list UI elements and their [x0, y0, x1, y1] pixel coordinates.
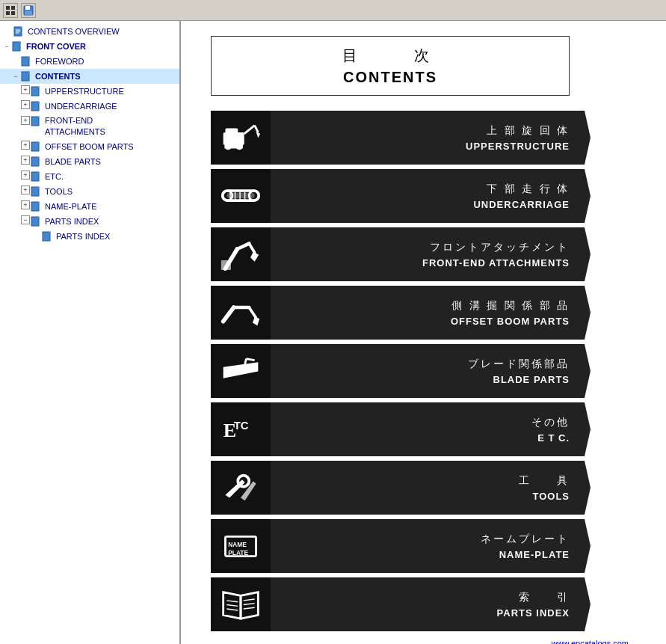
cat-jp-tools: 工 具 [519, 474, 570, 488]
etc-icon: E TC [220, 410, 262, 449]
svg-rect-59 [221, 260, 231, 270]
undercarriage-icon [220, 177, 262, 215]
expander-foreword[interactable] [10, 55, 21, 67]
svg-rect-42 [225, 144, 243, 149]
svg-line-66 [246, 359, 254, 361]
sidebar-item-label-front-cover: FRONT COVER [26, 40, 86, 52]
page-icon-parts-index [31, 216, 43, 227]
svg-rect-3 [11, 11, 15, 15]
expander-front-cover[interactable]: − [1, 40, 12, 52]
category-row-offset-boom-parts[interactable]: 側 溝 掘 関 係 部 品 OFFSET BOOM PARTS [211, 286, 585, 340]
sidebar-item-parts-index[interactable]: − PARTS INDEX [0, 214, 179, 229]
nameplate-icon: NAME PLATE [220, 527, 262, 565]
category-icon-box-upperstructure [211, 111, 271, 165]
grid-icon[interactable] [3, 3, 18, 18]
save-icon[interactable] [21, 3, 36, 18]
expander-blade-parts[interactable]: + [21, 156, 30, 165]
page-icon-etc [31, 171, 43, 182]
sidebar-item-undercarriage[interactable]: + UNDERCARRIAGE [0, 99, 179, 114]
category-row-name-plate[interactable]: NAME PLATE ネームプレート NAME-PLATE [211, 519, 585, 573]
blade-icon [220, 352, 262, 390]
expander-parts-index-child[interactable] [31, 230, 42, 242]
cat-jp-etc: その他 [531, 416, 570, 429]
svg-line-78 [244, 604, 255, 605]
expander-front-end-attachments[interactable]: + [21, 116, 30, 125]
website-footer: www.epcatalogs.com [211, 636, 644, 644]
category-row-etc[interactable]: E TC その他 E T C. [211, 402, 585, 456]
category-row-tools[interactable]: 工 具 TOOLS [211, 461, 585, 515]
expander-parts-index[interactable]: − [21, 215, 30, 224]
title-japanese: 目 次 [226, 46, 554, 66]
sidebar-item-front-cover[interactable]: − FRONT COVER [0, 39, 179, 54]
svg-rect-18 [31, 87, 39, 96]
sidebar-item-contents[interactable]: − CONTENTS [0, 69, 179, 84]
cat-en-parts-index: PARTS INDEX [497, 607, 570, 619]
book-icon [220, 585, 262, 624]
svg-line-57 [249, 244, 254, 253]
svg-rect-26 [31, 157, 39, 166]
sidebar-item-name-plate[interactable]: + NAME-PLATE [0, 199, 179, 214]
category-icon-box-name-plate: NAME PLATE [211, 519, 271, 573]
expander-offset-boom-parts[interactable]: + [21, 141, 30, 150]
svg-rect-5 [25, 6, 30, 10]
svg-line-77 [244, 599, 255, 601]
page-icon-foreword [21, 56, 33, 67]
title-english: CONTENTS [226, 69, 554, 86]
category-row-parts-index[interactable]: 索 引 PARTS INDEX [211, 577, 585, 631]
svg-rect-20 [31, 102, 39, 111]
category-label-box-offset-boom-parts: 側 溝 掘 関 係 部 品 OFFSET BOOM PARTS [271, 286, 585, 340]
category-icon-box-undercarriage [211, 169, 271, 223]
category-icon-box-blade-parts [211, 344, 271, 398]
expander-undercarriage[interactable]: + [21, 100, 30, 109]
sidebar-item-front-end-attachments[interactable]: + FRONT-ENDATTACHMENTS [0, 114, 179, 139]
page-icon-name-plate [31, 201, 43, 212]
tools-icon [220, 468, 262, 507]
cat-jp-name-plate: ネームプレート [481, 533, 570, 546]
cat-jp-undercarriage: 下 部 走 行 体 [487, 183, 570, 196]
category-icon-box-front-end-attachments [211, 227, 271, 281]
category-row-blade-parts[interactable]: ブレード関係部品 BLADE PARTS [211, 344, 585, 398]
expander-contents-overview[interactable] [3, 25, 13, 37]
svg-rect-22 [31, 117, 39, 126]
page-icon-front-end-attachments [31, 116, 43, 126]
svg-rect-0 [6, 6, 10, 10]
category-row-undercarriage[interactable]: 下 部 走 行 体 UNDERCARRIAGE [211, 169, 585, 223]
expander-name-plate[interactable]: + [21, 200, 30, 209]
svg-text:NAME: NAME [228, 541, 247, 548]
cat-en-offset-boom-parts: OFFSET BOOM PARTS [451, 316, 570, 327]
sidebar-item-etc[interactable]: + ETC. [0, 169, 179, 184]
category-icon-box-offset-boom-parts [211, 286, 271, 340]
sidebar-item-label-offset-boom-parts: OFFSET BOOM PARTS [45, 141, 134, 153]
sidebar-item-tools[interactable]: + TOOLS [0, 184, 179, 199]
sidebar-item-label-contents: CONTENTS [35, 70, 81, 82]
expander-etc[interactable]: + [21, 171, 30, 180]
expander-tools[interactable]: + [21, 185, 30, 194]
sidebar-item-foreword[interactable]: FOREWORD [0, 54, 179, 69]
page-icon-contents [21, 71, 33, 82]
sidebar-item-contents-overview[interactable]: CONTENTS OVERVIEW [0, 24, 179, 39]
svg-line-76 [226, 609, 238, 610]
page-icon-front-cover [12, 41, 24, 52]
page-icon-blade-parts [31, 156, 43, 167]
category-label-box-parts-index: 索 引 PARTS INDEX [271, 577, 585, 631]
offset-boom-icon [220, 293, 262, 332]
sidebar-item-parts-index-child[interactable]: PARTS INDEX [0, 229, 179, 244]
svg-point-69 [238, 476, 249, 487]
svg-rect-2 [6, 11, 10, 15]
sidebar-item-upperstructure[interactable]: + UPPERSTRUCTURE [0, 84, 179, 99]
cat-en-tools: TOOLS [532, 491, 570, 502]
cat-jp-upperstructure: 上 部 旋 回 体 [487, 124, 570, 138]
sidebar-tree: CONTENTS OVERVIEW − FRONT COVER [0, 21, 181, 644]
expander-contents[interactable]: − [10, 70, 21, 82]
page-icon-tools [31, 186, 43, 197]
sidebar-item-offset-boom-parts[interactable]: + OFFSET BOOM PARTS [0, 139, 179, 154]
category-row-front-end-attachments[interactable]: フロントアタッチメント FRONT-END ATTACHMENTS [211, 227, 585, 281]
website-url: www.epcatalogs.com [552, 639, 629, 644]
cat-en-undercarriage: UNDERCARRIAGE [473, 199, 570, 210]
expander-upperstructure[interactable]: + [21, 85, 30, 94]
svg-rect-34 [31, 217, 39, 226]
category-row-upperstructure[interactable]: 上 部 旋 回 体 UPPERSTRUCTURE [211, 111, 585, 165]
sidebar-item-label-blade-parts: BLADE PARTS [45, 156, 101, 168]
sidebar-item-label-parts-index: PARTS INDEX [45, 215, 99, 227]
sidebar-item-blade-parts[interactable]: + BLADE PARTS [0, 154, 179, 169]
